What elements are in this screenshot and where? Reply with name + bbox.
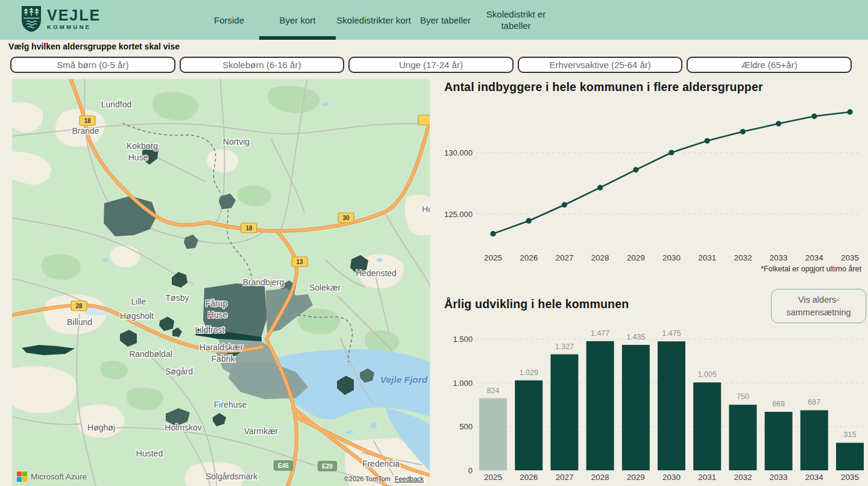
map-label-lildfrost: Lildfrost (195, 325, 224, 335)
bar-value-label: 1.435 (626, 333, 645, 341)
data-point-2034[interactable] (811, 113, 817, 119)
line-chart-x-tick: 2030 (662, 253, 681, 262)
logo-text: VEJLE KOMMUNE (47, 8, 101, 30)
header: VEJLE KOMMUNE ForsideByer kortSkoledistr… (0, 0, 868, 40)
tomtom-attribution: ©2026 TomTomFeedback (344, 475, 425, 482)
data-point-2031[interactable] (705, 138, 710, 144)
route-shield-18: 18 (80, 116, 95, 125)
map-label-solekaer: Solekær (309, 283, 341, 292)
age-button-unge-17-24-ar[interactable]: Unge (17-24 år) (348, 57, 514, 73)
microsoft-logo-icon (17, 472, 27, 482)
microsoft-azure-label: Microsoft Azure (31, 472, 87, 481)
bar-2029[interactable] (622, 345, 650, 470)
data-point-2026[interactable] (526, 218, 532, 224)
bar-2026[interactable] (515, 380, 542, 470)
data-point-2035[interactable] (847, 109, 852, 115)
map-label-farup: Fårup (206, 298, 228, 308)
bar-chart-x-tick: 2031 (698, 473, 716, 482)
svg-text:18: 18 (245, 225, 253, 232)
map-label-vejle-fjord: Vejle Fjord (380, 374, 428, 385)
tab-byer-tabeller[interactable]: Byer tabeller (412, 0, 479, 40)
line-chart-x-tick: 2035 (841, 253, 859, 262)
bar-chart-x-tick: 2026 (520, 473, 538, 482)
bar-value-label: 1.477 (591, 329, 609, 338)
tab-label: Forside (214, 14, 244, 26)
bar-chart-x-tick: 2032 (734, 473, 752, 482)
bar-value-label: 687 (808, 398, 820, 406)
bar-2034[interactable] (800, 410, 828, 470)
route-shield-e20: E20 (318, 461, 337, 471)
svg-text:30: 30 (342, 215, 350, 221)
map-label-randboldal: Randbøldal (129, 349, 172, 359)
crest-icon (21, 5, 42, 33)
map-label-fredericia: Fredericia (362, 459, 400, 469)
age-button-erhvervsaktive-25-64-ar[interactable]: Erhvervsaktive (25-64 år) (518, 57, 683, 73)
map-label-billund: Billund (67, 317, 92, 327)
bar-2027[interactable] (550, 355, 578, 470)
tab-byer-kort[interactable]: Byer kort (259, 0, 336, 40)
bar-value-label: 750 (737, 393, 749, 401)
route-shield-28: 28 (71, 301, 87, 311)
bar-chart-x-tick: 2030 (662, 473, 681, 482)
bar-chart-x-tick: 2034 (805, 473, 824, 482)
bar-chart-x-tick: 2033 (770, 473, 788, 482)
line-chart-x-tick: 2033 (770, 253, 788, 262)
route-shield-13: 13 (292, 257, 307, 267)
map-label-nortvig: Nortvig (223, 137, 250, 147)
bar-chart-y-tick: 500 (459, 422, 473, 431)
logo-title: VEJLE (47, 8, 101, 23)
data-point-2027[interactable] (562, 202, 567, 207)
tab-label: Skoledistrikter kort (336, 14, 410, 26)
bar-2025[interactable] (479, 399, 507, 470)
microsoft-azure-attribution: Microsoft Azure (17, 472, 87, 482)
population-line-chart: 125.000130.00020252026202720282029203020… (439, 79, 868, 268)
map-label-hogsholt: Høgsholt (120, 311, 154, 321)
vejle-kommune-logo[interactable]: VEJLE KOMMUNE (21, 5, 101, 33)
map[interactable]: 1818133028E45E20LundfodBrandeKokborgHuse… (12, 79, 430, 486)
bar-value-label: 1.005 (698, 370, 717, 379)
line-chart-x-tick: 2028 (591, 253, 609, 262)
bar-2031[interactable] (693, 382, 721, 470)
bar-chart-x-tick: 2027 (555, 473, 573, 482)
route-shield-30: 30 (338, 213, 354, 222)
bar-value-label: 824 (487, 387, 500, 395)
data-point-2028[interactable] (597, 185, 603, 191)
age-button-sma-born-0-5-ar[interactable]: Små børn (0-5 år) (10, 57, 175, 73)
bar-2028[interactable] (587, 341, 614, 470)
bar-value-label: 1.327 (555, 342, 574, 351)
line-chart-x-tick: 2025 (484, 253, 502, 262)
line-chart-x-tick: 2027 (555, 253, 573, 262)
svg-text:18: 18 (84, 118, 91, 124)
bar-2033[interactable] (765, 412, 793, 470)
data-point-2029[interactable] (633, 167, 638, 172)
data-point-2032[interactable] (740, 129, 746, 134)
tab-skoledistrikter-kort[interactable]: Skoledistrikter kort (336, 0, 412, 40)
map-label-huse: Huse (208, 310, 228, 320)
data-point-2033[interactable] (776, 121, 781, 126)
map-label-kokborg: Kokborg (127, 141, 158, 151)
data-point-2025[interactable] (490, 231, 495, 236)
line-chart-x-tick: 2032 (734, 253, 752, 262)
map-canvas: 1818133028E45E20LundfodBrandeKokborgHuse… (12, 79, 430, 486)
map-label-varmkaer: Varmkær (244, 426, 278, 436)
route-shield-e45: E45 (274, 461, 293, 470)
data-point-2030[interactable] (668, 150, 674, 155)
population-line (493, 112, 850, 234)
map-label-fabrik: Fabrik (212, 354, 236, 364)
yearly-growth-bar-chart: 05001.0001.50082420251.02920261.32720271… (439, 274, 868, 486)
bar-2035[interactable] (836, 443, 864, 470)
bar-2032[interactable] (729, 405, 756, 470)
age-button-aeldre-65-ar[interactable]: Ældre (65+år) (687, 57, 852, 73)
tab-skoledistrikt-er-tabeller[interactable]: Skoledistrikt er tabeller (479, 0, 553, 40)
map-label-lille: Lille (131, 297, 146, 306)
bar-chart-y-tick: 1.000 (453, 379, 473, 388)
tomtom-copyright: ©2026 TomTom (344, 475, 391, 482)
bar-2030[interactable] (658, 341, 685, 470)
tab-forside[interactable]: Forside (199, 0, 259, 40)
svg-text:28: 28 (75, 303, 83, 309)
population-chart-section: Antal indbyggere i hele kommunen i flere… (439, 79, 868, 268)
feedback-link[interactable]: Feedback (394, 475, 425, 482)
line-chart-x-tick: 2031 (698, 253, 716, 262)
age-button-skoleborn-6-16-ar[interactable]: Skolebørn (6-16 år) (180, 57, 345, 73)
svg-text:13: 13 (296, 259, 303, 265)
